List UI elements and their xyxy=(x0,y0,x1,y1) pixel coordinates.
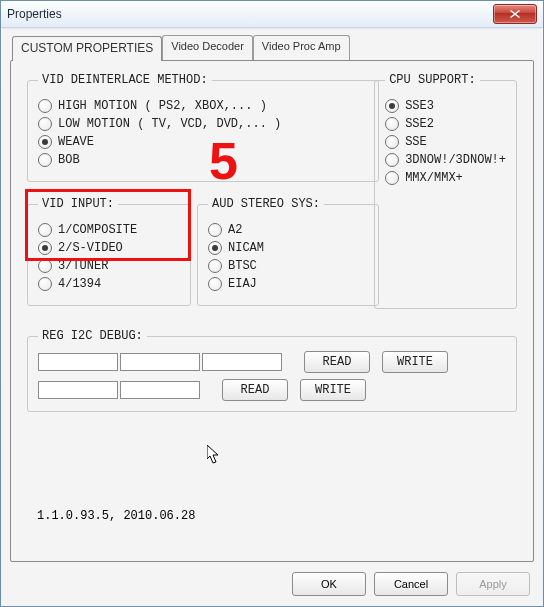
ok-button[interactable]: OK xyxy=(292,572,366,596)
radio-icon xyxy=(208,223,222,237)
close-button[interactable] xyxy=(493,4,537,24)
properties-window: Properties CUSTOM PROPERTIES Video Decod… xyxy=(0,0,544,607)
radio-icon xyxy=(38,153,52,167)
i2c-r1-f2[interactable] xyxy=(120,353,200,371)
cancel-button[interactable]: Cancel xyxy=(374,572,448,596)
radio-high-motion[interactable]: HIGH MOTION ( PS2, XBOX,... ) xyxy=(38,99,368,113)
radio-bob[interactable]: BOB xyxy=(38,153,368,167)
window-title: Properties xyxy=(7,7,62,21)
radio-icon xyxy=(38,117,52,131)
radio-label: EIAJ xyxy=(228,277,257,291)
i2c-grid: READ WRITE READ WRITE xyxy=(38,351,506,401)
annotation-box xyxy=(25,189,191,261)
i2c-row-1: READ WRITE xyxy=(38,351,506,373)
radio-sse3[interactable]: SSE3 xyxy=(385,99,506,113)
tab-custom-properties[interactable]: CUSTOM PROPERTIES xyxy=(12,36,162,61)
radio-tuner[interactable]: 3/TUNER xyxy=(38,259,180,273)
radio-icon xyxy=(38,277,52,291)
apply-button[interactable]: Apply xyxy=(456,572,530,596)
read-button-2[interactable]: READ xyxy=(222,379,288,401)
radio-icon xyxy=(385,135,399,149)
radio-icon xyxy=(38,259,52,273)
radio-weave[interactable]: WEAVE xyxy=(38,135,368,149)
radio-icon xyxy=(38,135,52,149)
group-aud-stereo: AUD STEREO SYS: A2 NICAM BTSC xyxy=(197,197,379,306)
annotation-number: 5 xyxy=(209,135,238,187)
radio-label: BOB xyxy=(58,153,80,167)
radio-icon xyxy=(38,99,52,113)
radio-mmx[interactable]: MMX/MMX+ xyxy=(385,171,506,185)
dialog-button-bar: OK Cancel Apply xyxy=(292,572,530,596)
radio-label: SSE xyxy=(405,135,427,149)
i2c-r1-f3[interactable] xyxy=(202,353,282,371)
group-aud-legend: AUD STEREO SYS: xyxy=(208,197,324,211)
radio-low-motion[interactable]: LOW MOTION ( TV, VCD, DVD,... ) xyxy=(38,117,368,131)
tab-strip: CUSTOM PROPERTIES Video Decoder Video Pr… xyxy=(2,29,542,60)
tab-video-proc-amp[interactable]: Video Proc Amp xyxy=(253,35,350,60)
version-label: 1.1.0.93.5, 2010.06.28 xyxy=(37,509,195,523)
radio-sse2[interactable]: SSE2 xyxy=(385,117,506,131)
tab-page-inner: VID DEINTERLACE METHOD: HIGH MOTION ( PS… xyxy=(21,71,523,551)
radio-label: HIGH MOTION ( PS2, XBOX,... ) xyxy=(58,99,267,113)
radio-icon xyxy=(208,259,222,273)
radio-btsc[interactable]: BTSC xyxy=(208,259,368,273)
radio-icon xyxy=(385,99,399,113)
radio-eiaj[interactable]: EIAJ xyxy=(208,277,368,291)
group-reg-legend: REG I2C DEBUG: xyxy=(38,329,147,343)
group-cpu-support: CPU SUPPORT: SSE3 SSE2 SSE xyxy=(374,73,517,309)
radio-label: 3DNOW!/3DNOW!+ xyxy=(405,153,506,167)
i2c-r2-f2[interactable] xyxy=(120,381,200,399)
write-button-2[interactable]: WRITE xyxy=(300,379,366,401)
radio-label: 3/TUNER xyxy=(58,259,108,273)
radio-icon xyxy=(208,277,222,291)
group-deinterlace: VID DEINTERLACE METHOD: HIGH MOTION ( PS… xyxy=(27,73,379,182)
radio-1394[interactable]: 4/1394 xyxy=(38,277,180,291)
radio-label: BTSC xyxy=(228,259,257,273)
i2c-row-2: READ WRITE xyxy=(38,379,506,401)
group-cpu-legend: CPU SUPPORT: xyxy=(385,73,479,87)
tab-page-custom: VID DEINTERLACE METHOD: HIGH MOTION ( PS… xyxy=(10,60,534,562)
radio-icon xyxy=(385,171,399,185)
close-icon xyxy=(510,10,520,18)
i2c-r2-f1[interactable] xyxy=(38,381,118,399)
group-reg-i2c: REG I2C DEBUG: READ WRITE xyxy=(27,329,517,412)
radio-label: WEAVE xyxy=(58,135,94,149)
write-button-1[interactable]: WRITE xyxy=(382,351,448,373)
radio-label: MMX/MMX+ xyxy=(405,171,463,185)
radio-nicam[interactable]: NICAM xyxy=(208,241,368,255)
radio-a2[interactable]: A2 xyxy=(208,223,368,237)
client-area: CUSTOM PROPERTIES Video Decoder Video Pr… xyxy=(2,28,542,606)
radio-label: NICAM xyxy=(228,241,264,255)
radio-label: LOW MOTION ( TV, VCD, DVD,... ) xyxy=(58,117,281,131)
cursor-icon xyxy=(207,445,221,465)
radio-label: SSE2 xyxy=(405,117,434,131)
radio-sse[interactable]: SSE xyxy=(385,135,506,149)
radio-icon xyxy=(385,153,399,167)
radio-label: SSE3 xyxy=(405,99,434,113)
radio-label: A2 xyxy=(228,223,242,237)
radio-icon xyxy=(385,117,399,131)
titlebar: Properties xyxy=(1,1,543,28)
tab-video-decoder[interactable]: Video Decoder xyxy=(162,35,253,60)
read-button-1[interactable]: READ xyxy=(304,351,370,373)
radio-3dnow[interactable]: 3DNOW!/3DNOW!+ xyxy=(385,153,506,167)
i2c-r1-f1[interactable] xyxy=(38,353,118,371)
group-deinterlace-legend: VID DEINTERLACE METHOD: xyxy=(38,73,212,87)
radio-icon xyxy=(208,241,222,255)
radio-label: 4/1394 xyxy=(58,277,101,291)
